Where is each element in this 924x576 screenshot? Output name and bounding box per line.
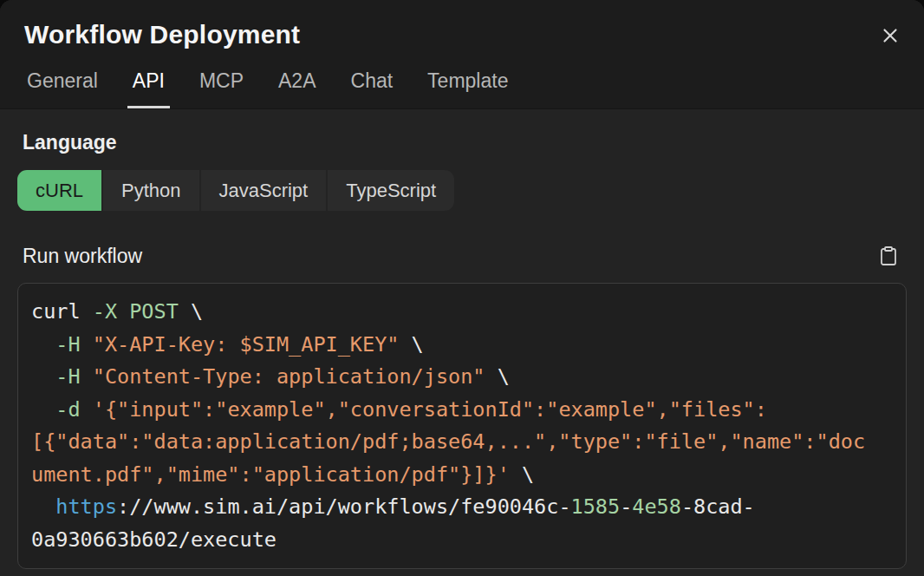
code-block[interactable]: curl -X POST \ -H "X-API-Key: $SIM_API_K… xyxy=(17,283,907,569)
close-icon xyxy=(879,24,901,47)
tab-general[interactable]: General xyxy=(22,69,103,108)
code-line: ument.pdf","mime":"application/pdf"}]}' … xyxy=(31,459,893,492)
language-label: Language xyxy=(23,131,924,154)
code-line: 0a930663b602/execute xyxy=(31,524,893,557)
tab-chat[interactable]: Chat xyxy=(346,69,399,108)
code-line: -H "X-API-Key: $SIM_API_KEY" \ xyxy=(31,329,893,362)
language-option-python[interactable]: Python xyxy=(103,170,199,211)
code-line: curl -X POST \ xyxy=(31,296,893,329)
language-option-javascript[interactable]: JavaScript xyxy=(201,170,327,211)
modal-header: Workflow Deployment General API MCP A2A … xyxy=(0,0,924,109)
api-tab-content: Language cURL Python JavaScript TypeScri… xyxy=(0,131,924,569)
close-button[interactable] xyxy=(875,21,905,50)
language-selector: cURL Python JavaScript TypeScript xyxy=(17,170,454,211)
clipboard-icon xyxy=(878,245,899,267)
tab-api[interactable]: API xyxy=(127,69,170,108)
copy-button[interactable] xyxy=(874,241,903,271)
code-line: https://www.sim.ai/api/workflows/fe90046… xyxy=(31,491,893,524)
workflow-deployment-modal: Workflow Deployment General API MCP A2A … xyxy=(0,0,924,576)
code-line: [{"data":"data:application/pdf;base64,..… xyxy=(31,426,893,459)
language-option-typescript[interactable]: TypeScript xyxy=(328,170,454,211)
tab-bar: General API MCP A2A Chat Template xyxy=(22,69,924,108)
code-line: -H "Content-Type: application/json" \ xyxy=(31,361,893,394)
code-line: -d '{"input":"example","conversationId":… xyxy=(31,394,893,427)
page-title: Workflow Deployment xyxy=(24,20,924,49)
code-section-header: Run workflow xyxy=(23,241,903,271)
tab-mcp[interactable]: MCP xyxy=(194,69,249,108)
run-workflow-label: Run workflow xyxy=(23,245,142,268)
language-option-curl[interactable]: cURL xyxy=(17,170,101,211)
tab-a2a[interactable]: A2A xyxy=(273,69,321,108)
tab-template[interactable]: Template xyxy=(422,69,513,108)
